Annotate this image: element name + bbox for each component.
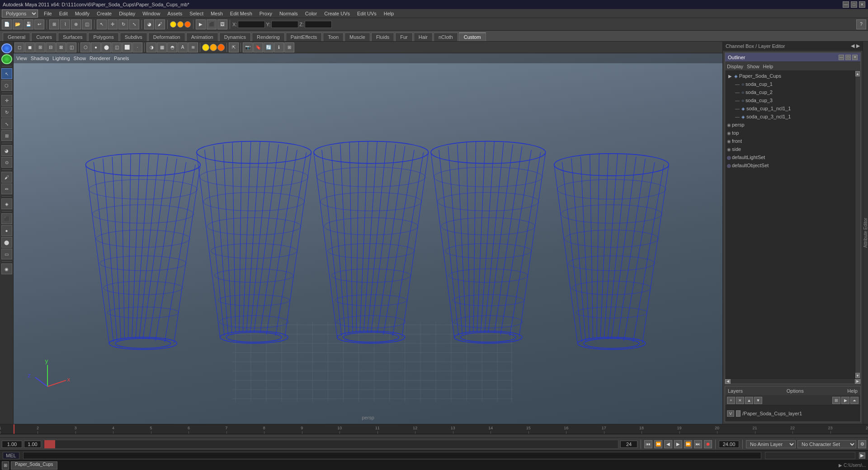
play-back-button[interactable]: ◀: [664, 440, 672, 448]
save-scene-button[interactable]: 💾: [24, 19, 33, 29]
paint-attr-button[interactable]: 🖌: [155, 19, 165, 29]
vp-sync-view[interactable]: 🔄: [264, 42, 274, 52]
layer-move-down[interactable]: ▼: [754, 397, 762, 404]
camera-tool[interactable]: ◉: [1, 263, 12, 274]
tab-painteffects[interactable]: PaintEffects: [286, 33, 322, 41]
scale-tool-button[interactable]: ⤡: [129, 19, 139, 29]
outliner-item-cup3-ncl[interactable]: — ◈ soda_cup_3_ncl1_1: [725, 113, 855, 121]
vp-shadows[interactable]: ◑: [146, 42, 156, 52]
sync-btn-green[interactable]: [1, 54, 12, 64]
sync-btn-blue[interactable]: [1, 43, 12, 53]
menu-create-uvs[interactable]: Create UVs: [321, 10, 353, 17]
vp-light-1[interactable]: [202, 44, 209, 51]
viewport-menu-show[interactable]: Show: [74, 56, 86, 61]
play-forward-button[interactable]: ▶: [674, 440, 682, 448]
tab-animation[interactable]: Animation: [186, 33, 218, 41]
vp-toolbar-3[interactable]: ⊞: [35, 42, 45, 52]
snap-to-point-button[interactable]: ⊕: [71, 19, 81, 29]
snap-to-grid-button[interactable]: ⊞: [49, 19, 59, 29]
layer-move-up[interactable]: ▲: [745, 397, 753, 404]
outliner-item-top[interactable]: ◉ top: [725, 129, 855, 137]
sculpt-tool[interactable]: 🖌: [1, 172, 12, 183]
status-script-btn[interactable]: ▶: [859, 452, 865, 459]
z-field[interactable]: [305, 21, 332, 28]
scrollbar-up[interactable]: ▲: [855, 71, 860, 76]
viewport-menu-view[interactable]: View: [16, 56, 27, 61]
layers-menu-layers[interactable]: Layers: [728, 388, 743, 394]
timeline-ruler[interactable]: 123456789101112131415161718192021222324: [0, 424, 868, 434]
layer-options-btn[interactable]: ⊞: [832, 397, 840, 404]
outliner-close[interactable]: ✕: [852, 55, 858, 60]
vp-aa[interactable]: A: [178, 42, 188, 52]
menu-edit-mesh[interactable]: Edit Mesh: [227, 10, 255, 17]
ipr-button[interactable]: ⬛: [207, 19, 217, 29]
create-poly-sphere[interactable]: ●: [1, 225, 12, 236]
anim-layer-selector[interactable]: No Anim Layer: [746, 440, 796, 448]
move-tool-button[interactable]: ✛: [108, 19, 118, 29]
command-field[interactable]: [23, 452, 761, 459]
undo-button[interactable]: ↩: [34, 19, 44, 29]
menu-edit[interactable]: Edit: [56, 10, 71, 17]
select-tool-button[interactable]: ↖: [97, 19, 107, 29]
outliner-menu-help[interactable]: Help: [763, 64, 774, 69]
go-to-start-button[interactable]: ⏮: [644, 440, 652, 448]
attribute-editor-strip[interactable]: Attribute Editor: [863, 42, 868, 424]
layers-menu-help[interactable]: Help: [847, 388, 858, 394]
menu-modify[interactable]: Modify: [72, 10, 93, 17]
vp-bounding[interactable]: ⬜: [122, 42, 132, 52]
vp-toolbar-5[interactable]: ⊠: [56, 42, 66, 52]
snap-to-view-button[interactable]: ◫: [82, 19, 92, 29]
soft-select-button[interactable]: ◕: [144, 19, 154, 29]
snap-to-curve-button[interactable]: ⌇: [60, 19, 70, 29]
channel-box-arrow-left[interactable]: ◀: [851, 43, 854, 49]
outliner-window-controls[interactable]: — □ ✕: [839, 55, 858, 60]
layer-new-button[interactable]: +: [727, 397, 735, 404]
script-mode[interactable]: MEL: [3, 452, 19, 459]
menu-normals[interactable]: Normals: [276, 10, 301, 17]
layers-menu-options[interactable]: Options: [787, 388, 804, 394]
vp-toolbar-2[interactable]: ◼: [25, 42, 35, 52]
record-button[interactable]: ⏺: [704, 440, 712, 448]
char-set-selector[interactable]: No Character Set: [797, 440, 856, 448]
menu-color[interactable]: Color: [302, 10, 320, 17]
window-controls[interactable]: — □ ✕: [843, 1, 865, 8]
vp-toolbar-4[interactable]: ⊟: [46, 42, 56, 52]
minimize-button[interactable]: —: [843, 1, 849, 8]
vp-smooth-wire[interactable]: ⬤: [101, 42, 111, 52]
vp-wireframe[interactable]: ⬡: [80, 42, 90, 52]
layer-anim-btn[interactable]: ⏶: [850, 397, 859, 404]
scrollbar-down[interactable]: ▼: [855, 373, 860, 378]
menu-assets[interactable]: Assets: [164, 10, 185, 17]
create-poly-cube[interactable]: ⬛: [1, 213, 12, 224]
layer-visibility[interactable]: V: [727, 410, 734, 417]
vp-snap-cam[interactable]: 📷: [243, 42, 253, 52]
scale-tool-left[interactable]: ⤡: [1, 118, 12, 129]
vp-motion-blur[interactable]: ≋: [188, 42, 198, 52]
mode-selector[interactable]: Polygons Surfaces Dynamics Rendering Ani…: [2, 9, 38, 18]
go-to-end-button[interactable]: ⏭: [694, 440, 702, 448]
vp-light-3[interactable]: [217, 44, 225, 51]
transform-tool[interactable]: ⊞: [1, 130, 12, 141]
outliner-menu-display[interactable]: Display: [727, 64, 743, 69]
taskbar-start-btn[interactable]: ⊞: [2, 461, 9, 470]
vp-amboc[interactable]: ◓: [167, 42, 177, 52]
outliner-item-soda-cup-2[interactable]: — ○ soda_cup_2: [725, 88, 855, 96]
outliner-scrollbar[interactable]: ▲ ▼: [855, 71, 860, 378]
end-time-field[interactable]: [719, 441, 739, 448]
outliner-item-side[interactable]: ◉ side: [725, 145, 855, 153]
outliner-item-soda-cup-3[interactable]: — ○ soda_cup_3: [725, 96, 855, 104]
menu-file[interactable]: File: [41, 10, 55, 17]
layer-delete-button[interactable]: ✕: [736, 397, 744, 404]
tab-hair[interactable]: Hair: [414, 33, 433, 41]
layer-render-btn[interactable]: ▶: [841, 397, 849, 404]
render-button[interactable]: ▶: [196, 19, 206, 29]
lasso-select[interactable]: ⊙: [1, 157, 12, 168]
outliner-minimize[interactable]: —: [839, 55, 844, 60]
render-quality-2[interactable]: [177, 21, 184, 28]
tab-muscle[interactable]: Muscle: [344, 33, 370, 41]
step-back-button[interactable]: ⏪: [654, 440, 662, 448]
tab-surfaces[interactable]: Surfaces: [58, 33, 87, 41]
range-start-field[interactable]: 1.00: [24, 441, 41, 448]
x-field[interactable]: [238, 21, 265, 28]
tab-polygons[interactable]: Polygons: [88, 33, 118, 41]
